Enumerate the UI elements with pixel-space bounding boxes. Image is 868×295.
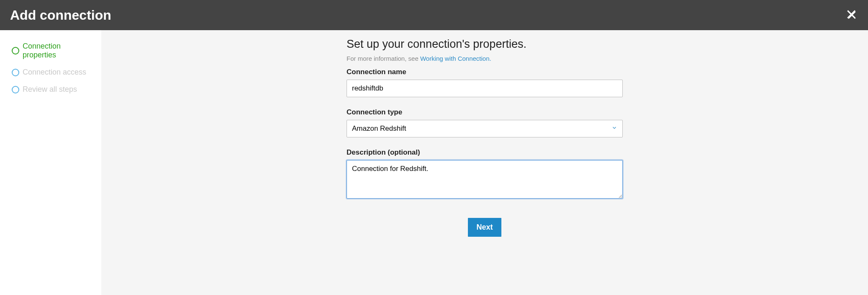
step-circle-icon xyxy=(12,69,19,76)
close-icon xyxy=(846,9,858,21)
info-link[interactable]: Working with Connection. xyxy=(420,55,491,62)
description-textarea[interactable] xyxy=(347,160,623,199)
description-label: Description (optional) xyxy=(347,148,623,157)
info-text: For more information, see Working with C… xyxy=(347,55,623,62)
description-wrap xyxy=(347,160,623,200)
button-row: Next xyxy=(347,218,623,237)
step-review-all-steps[interactable]: Review all steps xyxy=(12,85,93,94)
steps-sidebar: Connection properties Connection access … xyxy=(0,30,101,295)
connection-name-label: Connection name xyxy=(347,68,623,76)
dialog-body: Connection properties Connection access … xyxy=(0,30,868,295)
step-connection-properties[interactable]: Connection properties xyxy=(12,42,93,60)
step-connection-access[interactable]: Connection access xyxy=(12,68,93,77)
form-container: Set up your connection's properties. For… xyxy=(347,38,623,237)
page-title: Set up your connection's properties. xyxy=(347,38,623,51)
close-button[interactable] xyxy=(846,9,858,21)
connection-type-select-wrap: Amazon Redshift xyxy=(347,120,623,137)
step-label: Connection access xyxy=(23,68,86,77)
dialog-header: Add connection xyxy=(0,0,868,30)
step-label: Connection properties xyxy=(23,42,93,60)
connection-type-label: Connection type xyxy=(347,108,623,116)
main-content: Set up your connection's properties. For… xyxy=(101,30,868,295)
connection-type-select[interactable]: Amazon Redshift xyxy=(347,120,623,137)
info-prefix: For more information, see xyxy=(347,55,420,62)
connection-name-input[interactable] xyxy=(347,80,623,97)
next-button[interactable]: Next xyxy=(468,218,501,237)
step-circle-icon xyxy=(12,86,19,93)
dialog-title: Add connection xyxy=(10,8,111,23)
step-label: Review all steps xyxy=(23,85,77,94)
step-circle-icon xyxy=(12,47,19,54)
